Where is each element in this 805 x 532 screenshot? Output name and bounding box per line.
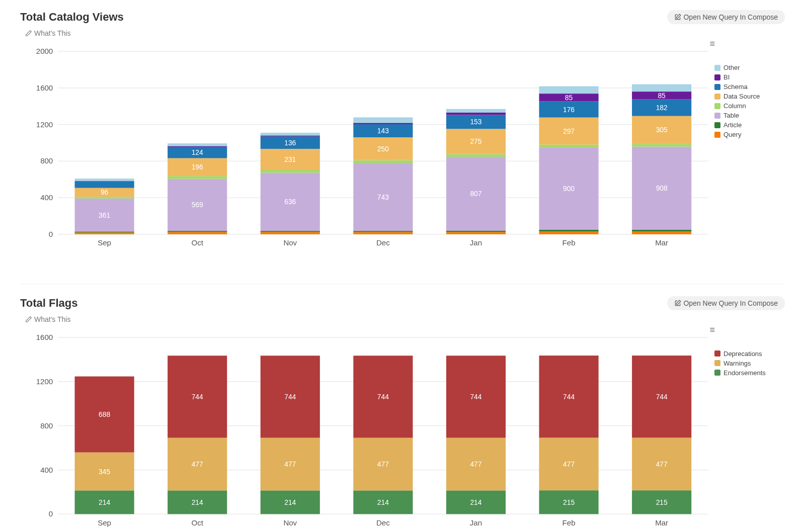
bar-segment[interactable] (168, 176, 227, 179)
svg-text:744: 744 (656, 393, 668, 400)
svg-text:143: 143 (377, 127, 389, 135)
legend-label: Endorsements (723, 369, 766, 377)
bar-segment[interactable] (353, 232, 413, 234)
legend-item[interactable]: Endorsements (714, 369, 785, 377)
legend-label: Column (723, 102, 746, 110)
bar-segment[interactable] (539, 230, 598, 232)
bar-segment[interactable] (446, 231, 506, 232)
bar-segment[interactable] (168, 146, 227, 147)
svg-text:477: 477 (192, 461, 203, 468)
bar-segment[interactable] (539, 231, 598, 234)
bar-segment[interactable] (446, 232, 506, 234)
svg-text:0: 0 (49, 230, 53, 238)
legend-item[interactable]: Article (714, 121, 785, 129)
bar-segment[interactable] (539, 86, 598, 94)
svg-text:Feb: Feb (562, 518, 576, 526)
bar-segment[interactable] (353, 160, 413, 163)
svg-text:275: 275 (470, 138, 481, 145)
open-query-button[interactable]: Open New Query In Compose (667, 10, 785, 24)
svg-text:Feb: Feb (562, 238, 576, 247)
bar-segment[interactable] (353, 117, 413, 123)
svg-text:800: 800 (40, 421, 53, 429)
svg-text:305: 305 (656, 126, 668, 134)
bar-segment[interactable] (261, 232, 320, 234)
bar-segment[interactable] (75, 182, 134, 188)
bar-segment[interactable] (632, 231, 691, 234)
bar-segment[interactable] (261, 133, 320, 135)
bar-segment[interactable] (446, 154, 506, 156)
svg-text:214: 214 (377, 498, 389, 506)
legend-item[interactable]: Data Source (714, 93, 785, 100)
svg-text:124: 124 (192, 149, 203, 156)
legend-label: Other (723, 64, 740, 71)
svg-text:153: 153 (470, 118, 481, 126)
svg-text:214: 214 (470, 498, 481, 506)
chart-menu-icon[interactable]: ≡ (709, 39, 714, 49)
chart-plot: ≡ 040080012001600214345688Sep214477744Oc… (20, 325, 714, 532)
svg-text:214: 214 (192, 498, 203, 506)
chart-legend: Other BI Schema Data Source Column Table… (714, 39, 785, 140)
whats-this-link[interactable]: What's This (25, 315, 70, 323)
svg-text:Jan: Jan (470, 518, 482, 526)
whats-this-label: What's This (34, 29, 70, 37)
bar-segment[interactable] (446, 109, 506, 113)
legend-label: Schema (723, 83, 748, 91)
bar-segment[interactable] (261, 170, 320, 172)
bar-segment[interactable] (168, 143, 227, 146)
legend-item[interactable]: Other (714, 64, 785, 71)
svg-text:569: 569 (192, 201, 203, 209)
bar-segment[interactable] (75, 231, 134, 232)
svg-text:744: 744 (470, 393, 481, 401)
svg-text:Oct: Oct (191, 518, 203, 526)
open-query-label: Open New Query In Compose (683, 299, 778, 307)
svg-text:85: 85 (565, 94, 573, 102)
legend-label: Data Source (723, 93, 760, 100)
legend-swatch (714, 74, 720, 80)
svg-text:Oct: Oct (191, 238, 203, 247)
bar-segment[interactable] (75, 181, 134, 182)
bar-segment[interactable] (539, 145, 598, 147)
legend-item[interactable]: Schema (714, 83, 785, 91)
svg-text:477: 477 (284, 461, 296, 468)
svg-text:250: 250 (377, 145, 389, 153)
legend-label: Query (723, 131, 741, 138)
bar-segment[interactable] (75, 232, 134, 234)
legend-item[interactable]: Table (714, 112, 785, 119)
legend-item[interactable]: BI (714, 73, 785, 81)
panel-title: Total Flags (20, 297, 78, 310)
bar-segment[interactable] (632, 230, 691, 232)
legend-item[interactable]: Query (714, 131, 785, 138)
open-query-button[interactable]: Open New Query In Compose (667, 296, 785, 310)
legend-swatch (714, 122, 720, 128)
bar-segment[interactable] (632, 144, 691, 146)
legend-swatch (714, 350, 720, 357)
chart-menu-icon[interactable]: ≡ (709, 325, 714, 335)
chart-panel: Total Catalog Views Open New Query In Co… (20, 10, 785, 263)
svg-text:1200: 1200 (36, 120, 53, 129)
svg-text:215: 215 (563, 498, 575, 506)
bar-segment[interactable] (446, 113, 506, 115)
svg-text:800: 800 (40, 156, 53, 165)
bar-segment[interactable] (353, 231, 413, 232)
bar-segment[interactable] (261, 135, 320, 136)
svg-text:744: 744 (192, 393, 203, 401)
bar-segment[interactable] (168, 232, 227, 234)
legend-label: Deprecations (723, 350, 762, 358)
bar-segment[interactable] (75, 179, 134, 181)
svg-text:182: 182 (656, 104, 668, 112)
svg-text:361: 361 (99, 212, 110, 219)
bar-segment[interactable] (632, 84, 691, 92)
legend-item[interactable]: Warnings (714, 360, 785, 367)
bar-segment[interactable] (75, 197, 134, 199)
bar-segment[interactable] (353, 123, 413, 124)
svg-text:Mar: Mar (655, 518, 668, 526)
svg-text:744: 744 (377, 393, 389, 401)
svg-text:400: 400 (40, 465, 53, 474)
bar-segment[interactable] (261, 231, 320, 232)
svg-text:743: 743 (377, 194, 389, 201)
bar-segment[interactable] (168, 231, 227, 232)
legend-item[interactable]: Deprecations (714, 350, 785, 358)
svg-text:900: 900 (563, 185, 575, 193)
whats-this-link[interactable]: What's This (25, 29, 70, 37)
legend-item[interactable]: Column (714, 102, 785, 110)
